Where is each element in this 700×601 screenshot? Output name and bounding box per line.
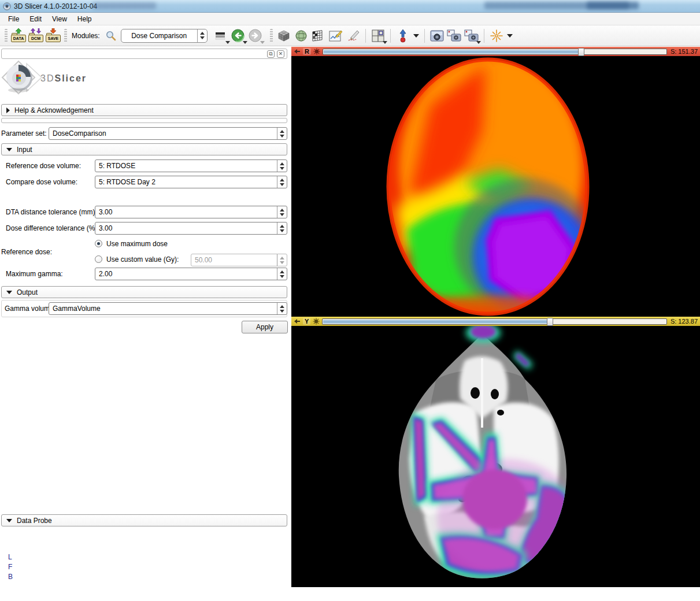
mouse-mode-button[interactable] xyxy=(394,28,412,44)
dose-difference-arrows[interactable] xyxy=(277,222,287,234)
toolbar-drag-handle[interactable] xyxy=(5,29,8,43)
probe-layer-f: F xyxy=(8,563,12,571)
load-data-button[interactable]: DATA xyxy=(10,28,27,44)
use-custom-value-radio[interactable] xyxy=(95,255,102,263)
custom-value-spinbox[interactable]: 50.00 xyxy=(191,254,287,266)
use-maximum-dose-radio[interactable] xyxy=(95,240,102,247)
toolbar-drag-handle[interactable] xyxy=(270,29,273,43)
crosshair-button[interactable] xyxy=(488,28,505,44)
yellow-orientation-label[interactable]: Y xyxy=(303,318,310,325)
red-slider-fill xyxy=(324,50,581,54)
dta-tolerance-arrows[interactable] xyxy=(277,206,287,218)
toolbar-separator xyxy=(390,29,391,43)
red-slider-handle[interactable] xyxy=(578,48,584,56)
screenshot-button[interactable] xyxy=(428,28,446,44)
models-button[interactable] xyxy=(292,28,310,44)
crosshair-dropdown[interactable] xyxy=(505,28,514,44)
compare-volume-spinner[interactable] xyxy=(277,176,287,188)
main-toolbar: DATA DCM SAVE Modules: Dose Comparison xyxy=(0,25,700,46)
chevron-down-icon xyxy=(383,41,387,44)
module-panel-titlebar: ⧉ ✕ xyxy=(1,49,287,59)
reference-volume-combobox[interactable]: 5: RTDOSE xyxy=(95,159,287,172)
module-selector-spinner[interactable] xyxy=(197,29,207,42)
reference-volume-spinner[interactable] xyxy=(277,160,287,172)
scene-view-capture-button[interactable] xyxy=(446,28,463,44)
module-search-button[interactable] xyxy=(103,28,118,44)
mouse-mode-dropdown[interactable] xyxy=(412,28,421,44)
layout-selector-button[interactable] xyxy=(369,28,387,44)
save-icon: SAVE xyxy=(46,29,61,42)
input-section-header[interactable]: Input xyxy=(1,143,287,155)
pencil-icon xyxy=(346,29,360,42)
crosshair-icon xyxy=(490,29,503,43)
module-forward-button[interactable] xyxy=(247,28,264,44)
expanded-arrow-icon xyxy=(6,148,12,151)
use-custom-value-label: Use custom value (Gy): xyxy=(106,255,179,264)
gamma-volume-spinner[interactable] xyxy=(277,303,287,314)
custom-value-arrows[interactable] xyxy=(277,254,287,266)
save-button[interactable]: SAVE xyxy=(45,28,62,44)
compare-volume-combobox[interactable]: 5: RTDOSE Day 2 xyxy=(95,176,287,188)
expanded-arrow-icon xyxy=(6,519,12,522)
module-history-button[interactable] xyxy=(212,28,229,44)
menu-view[interactable]: View xyxy=(47,14,72,24)
help-acknowledgement-section[interactable]: Help & Acknowledgement xyxy=(1,104,287,116)
maximum-gamma-arrows[interactable] xyxy=(277,268,287,280)
slice-views-area: R S: 151.37 xyxy=(291,46,700,588)
transforms-button[interactable] xyxy=(310,28,327,44)
volume-rendering-button[interactable] xyxy=(275,28,292,44)
red-slice-controller: R S: 151.37 xyxy=(291,47,700,56)
yellow-slider-handle[interactable] xyxy=(547,318,553,326)
dose-difference-spinbox[interactable]: 3.00 xyxy=(95,222,287,235)
maximum-gamma-spinbox[interactable]: 2.00 xyxy=(95,268,287,280)
undock-panel-icon[interactable]: ⧉ xyxy=(267,50,275,58)
scene-view-restore-button[interactable] xyxy=(463,28,480,44)
data-probe-label: Data Probe xyxy=(17,517,52,525)
menu-edit[interactable]: Edit xyxy=(25,14,46,24)
probe-layer-b: B xyxy=(8,573,13,581)
yellow-slice-viewport[interactable] xyxy=(291,326,700,587)
yellow-slice-controller: Y S: 123.87 xyxy=(291,317,700,326)
charts-button[interactable] xyxy=(327,28,345,44)
slice-visibility-icon[interactable] xyxy=(313,48,320,55)
close-panel-icon[interactable]: ✕ xyxy=(277,50,284,58)
yellow-slider-fill xyxy=(323,320,550,324)
maximum-gamma-value: 2.00 xyxy=(95,270,277,278)
collapse-arrow-icon[interactable] xyxy=(294,318,301,324)
probe-layer-l: L xyxy=(8,553,12,561)
chevron-down-icon xyxy=(476,41,481,44)
parameter-set-spinner[interactable] xyxy=(277,128,287,139)
dicom-button[interactable]: DCM xyxy=(27,28,45,44)
toolbar-drag-handle[interactable] xyxy=(64,29,67,43)
menu-file[interactable]: File xyxy=(3,14,24,24)
red-slice-slider[interactable] xyxy=(323,49,667,55)
modules-label: Modules: xyxy=(72,32,100,40)
screenshot-camera-icon xyxy=(430,29,444,42)
output-section-header[interactable]: Output xyxy=(1,286,287,298)
input-section-label: Input xyxy=(17,146,32,154)
red-orientation-label[interactable]: R xyxy=(303,48,311,55)
scene-camera-restore-icon xyxy=(464,29,479,42)
compare-volume-label: Compare dose volume: xyxy=(6,178,77,186)
slice-visibility-icon[interactable] xyxy=(313,318,320,325)
menu-help[interactable]: Help xyxy=(73,14,97,24)
dta-tolerance-spinbox[interactable]: 3.00 xyxy=(95,206,287,218)
collapsed-arrow-icon xyxy=(6,107,10,113)
collapse-arrow-icon[interactable] xyxy=(294,49,301,54)
module-selector-combobox[interactable]: Dose Comparison xyxy=(121,29,208,43)
scene-camera-icon xyxy=(447,29,462,42)
apply-button[interactable]: Apply xyxy=(242,321,288,333)
annotations-button[interactable] xyxy=(345,28,362,44)
custom-value-value: 50.00 xyxy=(191,256,277,264)
red-slice-viewport[interactable] xyxy=(291,56,700,317)
yellow-slice-slider[interactable] xyxy=(322,318,667,325)
gamma-volume-combobox[interactable]: GammaVolume xyxy=(49,302,287,315)
parameter-set-value: DoseComparison xyxy=(49,129,277,138)
expanded-arrow-icon xyxy=(6,291,12,294)
window-title: 3D Slicer 4.1.0-2012-10-04 xyxy=(14,2,97,10)
module-back-button[interactable] xyxy=(229,28,247,44)
toolbar-separator xyxy=(484,29,484,43)
data-probe-section-header[interactable]: Data Probe xyxy=(1,514,287,526)
parameter-set-combobox[interactable]: DoseComparison xyxy=(49,127,287,140)
search-icon xyxy=(105,30,117,42)
